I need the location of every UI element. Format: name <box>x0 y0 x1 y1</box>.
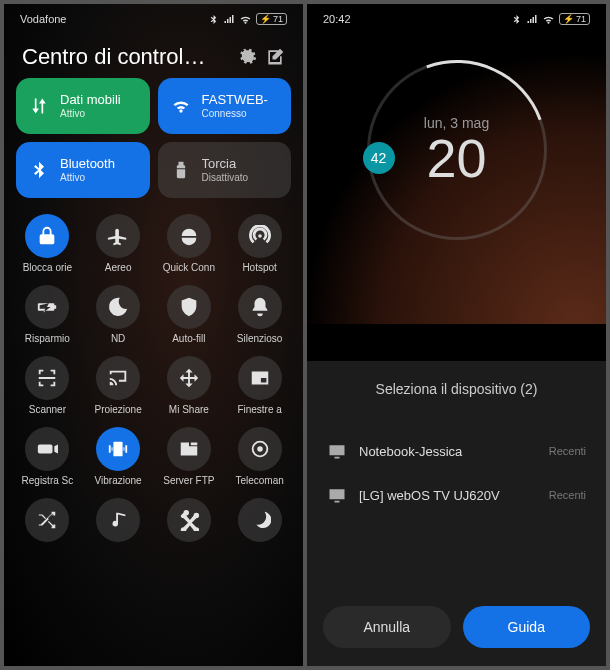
qs-scanner[interactable]: Scanner <box>16 356 79 415</box>
qs-mishare[interactable]: Mi Share <box>158 356 221 415</box>
battery-indicator: ⚡71 <box>256 13 287 25</box>
primary-tiles: Dati mobili Attivo FASTWEB- Connesso Blu… <box>4 78 303 198</box>
monitor-icon <box>327 485 347 505</box>
qs-night-mode[interactable] <box>228 498 291 542</box>
battery-save-icon <box>36 296 58 318</box>
qs-label: Proiezione <box>88 404 148 415</box>
qs-label: Quick Conn <box>159 262 219 273</box>
tile-label: FASTWEB- <box>202 93 268 107</box>
tile-label: Bluetooth <box>60 157 115 171</box>
vibrate-icon <box>107 438 129 460</box>
qs-ftp-server[interactable]: Server FTP <box>158 427 221 486</box>
cast-device-panel: Seleziona il dispositivo (2) Notebook-Je… <box>307 361 606 666</box>
tile-mobile-data[interactable]: Dati mobili Attivo <box>16 78 150 134</box>
bluetooth-status-icon <box>208 14 219 25</box>
qs-label: Mi Share <box>159 404 219 415</box>
tile-status: Disattivato <box>202 172 249 183</box>
scissors-icon <box>178 509 200 531</box>
qs-floating-window[interactable]: Finestre a <box>228 356 291 415</box>
phone-left-control-center: Vodafone ⚡71 Centro di control… Dati mob… <box>4 4 303 666</box>
qs-autofill[interactable]: Auto-fill <box>158 285 221 344</box>
scanner-icon <box>36 367 58 389</box>
status-icons: ⚡71 <box>511 13 590 26</box>
tile-bluetooth[interactable]: Bluetooth Attivo <box>16 142 150 198</box>
status-bar: 20:42 ⚡71 <box>307 4 606 30</box>
qs-remote[interactable]: Telecoman <box>228 427 291 486</box>
clock-label: 20:42 <box>323 13 351 25</box>
shuffle-icon <box>36 509 58 531</box>
moon-icon <box>107 296 129 318</box>
remote-icon <box>249 438 271 460</box>
battery-pct: 71 <box>576 14 586 24</box>
ftp-icon <box>178 438 200 460</box>
qs-silent[interactable]: Silenzioso <box>228 285 291 344</box>
qs-music[interactable] <box>87 498 150 542</box>
qs-vibration[interactable]: Vibrazione <box>87 427 150 486</box>
qs-label: Registra Sc <box>17 475 77 486</box>
carrier-label: Vodafone <box>20 13 67 25</box>
tile-flashlight[interactable]: Torcia Disattivato <box>158 142 292 198</box>
qs-battery-saver[interactable]: Risparmio <box>16 285 79 344</box>
hotspot-icon <box>249 225 271 247</box>
cast-device-item[interactable]: Notebook-Jessica Recenti <box>323 429 590 473</box>
widget-hour: 20 <box>426 131 486 185</box>
qs-lock-rotation[interactable]: Blocca orie <box>16 214 79 273</box>
device-name: Notebook-Jessica <box>359 444 537 459</box>
status-icons: ⚡71 <box>208 13 287 26</box>
cast-device-item[interactable]: [LG] webOS TV UJ620V Recenti <box>323 473 590 517</box>
phone-right-cast-dialog: 20:42 ⚡71 lun, 3 mag 20 42 Seleziona il … <box>307 4 606 666</box>
quick-settings-grid: Blocca orie Aereo Quick Conn Hotspot Ris… <box>4 198 303 550</box>
qs-dnd[interactable]: ND <box>87 285 150 344</box>
cast-panel-buttons: Annulla Guida <box>323 606 590 648</box>
flashlight-icon <box>170 159 192 181</box>
mishare-icon <box>178 367 200 389</box>
cast-icon <box>107 367 129 389</box>
wifi-status-icon <box>542 13 555 26</box>
qs-shuffle[interactable] <box>16 498 79 542</box>
signal-icon <box>526 13 538 25</box>
device-name: [LG] webOS TV UJ620V <box>359 488 537 503</box>
cast-device-list: Notebook-Jessica Recenti [LG] webOS TV U… <box>323 429 590 606</box>
qs-label: Blocca orie <box>17 262 77 273</box>
battery-indicator: ⚡71 <box>559 13 590 25</box>
pip-icon <box>249 367 271 389</box>
music-icon <box>107 509 129 531</box>
wifi-icon <box>170 95 192 117</box>
shield-icon <box>178 296 200 318</box>
qs-quick-connect[interactable]: Quick Conn <box>158 214 221 273</box>
wifi-status-icon <box>239 13 252 26</box>
edit-icon[interactable] <box>265 47 285 67</box>
status-bar: Vodafone ⚡71 <box>4 4 303 30</box>
widget-seconds-badge: 42 <box>363 142 395 174</box>
qs-label: Hotspot <box>230 262 290 273</box>
tile-status: Connesso <box>202 108 268 119</box>
settings-icon[interactable] <box>237 47 257 67</box>
qs-cast[interactable]: Proiezione <box>87 356 150 415</box>
tile-status: Attivo <box>60 108 121 119</box>
qs-label: Vibrazione <box>88 475 148 486</box>
cancel-button[interactable]: Annulla <box>323 606 451 648</box>
data-arrows-icon <box>28 95 50 117</box>
qs-label: Aereo <box>88 262 148 273</box>
tile-label: Dati mobili <box>60 93 121 107</box>
vpn-icon <box>178 225 200 247</box>
qs-label: Telecoman <box>230 475 290 486</box>
guide-button[interactable]: Guida <box>463 606 591 648</box>
device-tag: Recenti <box>549 489 586 501</box>
tile-wifi[interactable]: FASTWEB- Connesso <box>158 78 292 134</box>
camera-icon <box>36 438 58 460</box>
bell-icon <box>249 296 271 318</box>
qs-label: Risparmio <box>17 333 77 344</box>
qs-clip[interactable] <box>158 498 221 542</box>
qs-label: Server FTP <box>159 475 219 486</box>
night-icon <box>249 509 271 531</box>
qs-label: Silenzioso <box>230 333 290 344</box>
bluetooth-status-icon <box>511 14 522 25</box>
qs-screen-record[interactable]: Registra Sc <box>16 427 79 486</box>
signal-icon <box>223 13 235 25</box>
tile-status: Attivo <box>60 172 115 183</box>
battery-pct: 71 <box>273 14 283 24</box>
qs-airplane[interactable]: Aereo <box>87 214 150 273</box>
lock-rotate-icon <box>36 225 58 247</box>
qs-hotspot[interactable]: Hotspot <box>228 214 291 273</box>
